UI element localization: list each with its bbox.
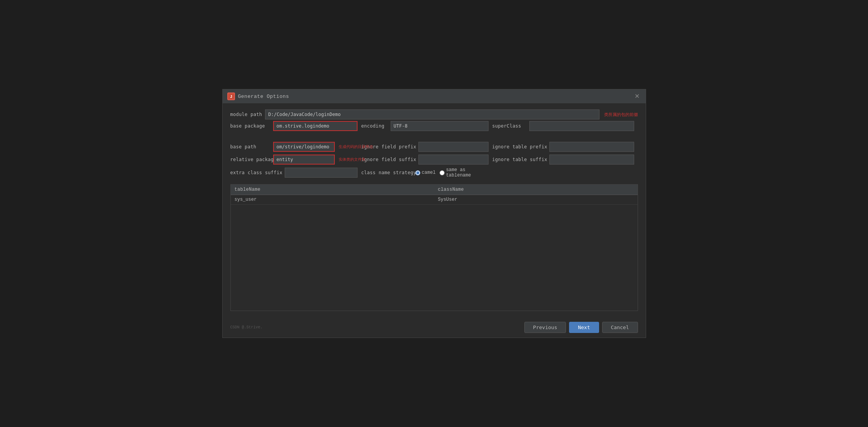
camel-radio-label[interactable]: camel	[415, 170, 436, 175]
next-button[interactable]: Next	[569, 322, 599, 333]
watermark: CSDN @.Strive.	[230, 325, 263, 329]
base-package-input[interactable]	[273, 121, 358, 131]
module-path-label: module path	[230, 112, 262, 117]
base-package-cell: base package	[230, 121, 361, 131]
svg-text:J: J	[230, 95, 232, 99]
module-path-annotation: 类所属的包的前缀	[604, 112, 638, 118]
table-body: sys_user SysUser	[231, 195, 638, 311]
camel-label: camel	[422, 170, 436, 175]
same-as-tablename-radio-label[interactable]: same as tablename	[440, 167, 489, 178]
title-bar-left: J Generate Options	[227, 92, 289, 100]
cancel-button[interactable]: Cancel	[602, 322, 638, 333]
relative-package-annotation: 实体类的文件夹	[339, 157, 366, 162]
ignore-field-suffix-cell: ignore field suffix	[361, 155, 492, 165]
class-name-strategy-label: class name strategy	[361, 170, 411, 175]
camel-radio[interactable]	[415, 170, 420, 175]
ignore-table-suffix-label: ignore table suffix	[492, 157, 547, 162]
close-button[interactable]: ✕	[633, 92, 641, 100]
previous-button[interactable]: Previous	[524, 322, 566, 333]
class-table: tableName className sys_user SysUser	[230, 184, 638, 311]
base-path-label: base path	[230, 144, 271, 150]
bottom-bar: CSDN @.Strive. Previous Next Cancel	[223, 317, 646, 338]
ignore-field-suffix-label: ignore field suffix	[361, 157, 416, 162]
relative-package-cell: relative package 实体类的文件夹	[230, 155, 361, 165]
same-as-tablename-label: same as tablename	[446, 167, 489, 178]
ignore-field-prefix-input[interactable]	[418, 142, 488, 152]
config-grid: base package encoding superClass base pa…	[230, 121, 638, 178]
extra-class-suffix-label: extra class suffix	[230, 170, 282, 175]
app-icon: J	[227, 92, 235, 100]
same-as-tablename-radio[interactable]	[440, 170, 445, 175]
base-path-input[interactable]	[273, 142, 335, 152]
ignore-table-prefix-label: ignore table prefix	[492, 144, 547, 150]
col-classname-header: className	[434, 185, 638, 195]
dialog-title: Generate Options	[238, 94, 289, 99]
table-row[interactable]: sys_user SysUser	[231, 195, 638, 205]
base-path-annotation: 生成代码的目录所在	[339, 144, 373, 150]
superclass-label: superClass	[492, 123, 527, 129]
table-header: tableName className	[231, 185, 638, 195]
encoding-input[interactable]	[391, 121, 489, 131]
ignore-table-prefix-cell: ignore table prefix	[492, 142, 638, 152]
module-path-input[interactable]	[265, 109, 599, 119]
ignore-table-suffix-input[interactable]	[549, 155, 634, 165]
ignore-field-prefix-cell: ignore field prefix	[361, 142, 492, 152]
title-bar: J Generate Options ✕	[223, 89, 646, 103]
encoding-cell: encoding	[361, 121, 492, 131]
extra-class-suffix-cell: extra class suffix	[230, 167, 361, 178]
relative-package-input[interactable]	[273, 155, 335, 165]
extra-class-suffix-input[interactable]	[285, 168, 358, 178]
class-name-strategy-cell: class name strategy camel same as tablen…	[361, 167, 492, 178]
module-path-row: module path 类所属的包的前缀	[230, 109, 638, 119]
col-tablename-header: tableName	[231, 185, 434, 195]
ignore-field-suffix-input[interactable]	[418, 155, 488, 165]
dialog-content: module path 类所属的包的前缀 base package encodi…	[223, 103, 646, 317]
base-package-annot-space	[230, 134, 361, 139]
bottom-buttons: Previous Next Cancel	[524, 322, 638, 333]
cell-classname-0: SysUser	[434, 195, 638, 204]
ignore-table-prefix-input[interactable]	[549, 142, 634, 152]
ignore-table-suffix-cell: ignore table suffix	[492, 155, 638, 165]
encoding-label: encoding	[361, 123, 388, 129]
generate-options-dialog: J Generate Options ✕ module path 类所属的包的前…	[222, 89, 646, 338]
superclass-input[interactable]	[529, 121, 634, 131]
superclass-cell: superClass	[492, 121, 638, 131]
base-path-cell: base path 生成代码的目录所在	[230, 142, 361, 152]
cell-tablename-0: sys_user	[231, 195, 434, 204]
relative-package-label: relative package	[230, 157, 271, 162]
base-package-label: base package	[230, 123, 271, 129]
